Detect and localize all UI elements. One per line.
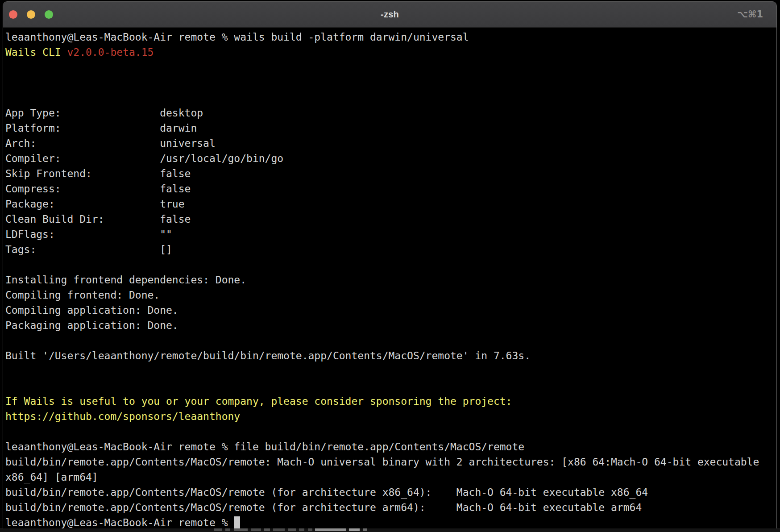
terminal-text: Tags: []: [5, 244, 172, 255]
terminal-line: Compiling application: Done.: [5, 303, 776, 318]
terminal-line: [5, 90, 776, 105]
terminal-line: leaanthony@Leas-MacBook-Air remote % wai…: [5, 29, 776, 45]
terminal-line: Package: true: [5, 196, 776, 212]
terminal-text: Skip Frontend: false: [5, 168, 191, 179]
terminal-text: leaanthony@Leas-MacBook-Air remote %: [5, 517, 234, 528]
terminal-text: leaanthony@Leas-MacBook-Air remote % wai…: [5, 31, 469, 43]
background-window-sliver: [0, 528, 780, 532]
terminal-text: If Wails is useful to you or your compan…: [5, 395, 512, 407]
obscured-text-fragment: [214, 528, 222, 531]
terminal-line: Packaging application: Done.: [5, 318, 776, 333]
terminal-line: [5, 60, 776, 75]
terminal-text: Compress: false: [5, 183, 191, 195]
window-titlebar[interactable]: -zsh ⌥⌘1: [3, 2, 776, 28]
terminal-line: Platform: darwin: [5, 121, 776, 136]
terminal-text: Package: true: [5, 198, 185, 210]
terminal-line: [5, 333, 776, 348]
zoom-button[interactable]: [45, 10, 53, 19]
terminal-line: [5, 75, 776, 90]
terminal-line: [5, 363, 776, 378]
terminal-line: LDFlags: "": [5, 227, 776, 242]
obscured-text-fragment: [234, 528, 248, 531]
terminal-text: build/bin/remote.app/Contents/MacOS/remo…: [5, 502, 642, 513]
terminal-line: If Wails is useful to you or your compan…: [5, 394, 776, 409]
obscured-text-fragment: [308, 528, 312, 531]
obscured-text-fragment: [299, 528, 304, 531]
terminal-text: Arch: universal: [5, 137, 216, 149]
terminal-line: App Type: desktop: [5, 105, 776, 121]
obscured-text-fragment: [273, 528, 285, 531]
terminal-window: -zsh ⌥⌘1 leaanthony@Leas-MacBook-Air rem…: [3, 1, 777, 528]
obscured-text-fragment: [264, 528, 270, 531]
window-title: -zsh: [3, 9, 776, 20]
obscured-text-fragment: [225, 528, 230, 531]
terminal-line: Wails CLI v2.0.0-beta.15: [5, 45, 776, 60]
terminal-text: Wails CLI: [5, 46, 67, 58]
window-shortcut-badge: ⌥⌘1: [737, 9, 763, 20]
terminal-text: LDFlags: "": [5, 229, 172, 240]
terminal-text: Platform: darwin: [5, 122, 197, 134]
terminal-text: build/bin/remote.app/Contents/MacOS/remo…: [5, 456, 759, 468]
desktop-background: { "window": { "title": "-zsh", "shortcut…: [0, 0, 780, 532]
terminal-text: App Type: desktop: [5, 107, 203, 119]
terminal-line: Clean Build Dir: false: [5, 212, 776, 227]
terminal-line: build/bin/remote.app/Contents/MacOS/remo…: [5, 500, 776, 515]
terminal-output[interactable]: leaanthony@Leas-MacBook-Air remote % wai…: [3, 28, 776, 528]
terminal-line: [5, 378, 776, 394]
terminal-text: Compiling application: Done.: [5, 304, 178, 316]
terminal-line: build/bin/remote.app/Contents/MacOS/remo…: [5, 485, 776, 500]
terminal-line: [5, 257, 776, 272]
sponsor-link[interactable]: https://github.com/sponsors/leaanthony: [5, 411, 240, 422]
terminal-cursor: [234, 516, 240, 528]
terminal-text: x86_64] [arm64]: [5, 471, 98, 483]
terminal-line: Arch: universal: [5, 136, 776, 151]
terminal-text: Installing frontend dependencies: Done.: [5, 274, 246, 286]
terminal-line: leaanthony@Leas-MacBook-Air remote %: [5, 515, 776, 528]
terminal-line: Built '/Users/leaanthony/remote/build/bi…: [5, 348, 776, 363]
terminal-line: x86_64] [arm64]: [5, 470, 776, 485]
terminal-text: Compiling frontend: Done.: [5, 289, 160, 301]
minimize-button[interactable]: [27, 10, 35, 19]
close-button[interactable]: [9, 10, 17, 19]
terminal-text: Built '/Users/leaanthony/remote/build/bi…: [5, 350, 531, 362]
terminal-line: Skip Frontend: false: [5, 166, 776, 181]
terminal-text: Packaging application: Done.: [5, 320, 178, 331]
terminal-line: Compiling frontend: Done.: [5, 287, 776, 303]
terminal-line: Compress: false: [5, 181, 776, 196]
terminal-line: leaanthony@Leas-MacBook-Air remote % fil…: [5, 439, 776, 454]
terminal-line: Compiler: /usr/local/go/bin/go: [5, 151, 776, 166]
terminal-text: leaanthony@Leas-MacBook-Air remote % fil…: [5, 441, 524, 453]
obscured-text-fragment: [349, 528, 360, 531]
terminal-line: [5, 424, 776, 439]
obscured-text-fragment: [288, 528, 296, 531]
terminal-line: Tags: []: [5, 242, 776, 257]
terminal-line: Installing frontend dependencies: Done.: [5, 272, 776, 287]
obscured-text-fragment: [363, 528, 367, 531]
obscured-text-fragment: [315, 528, 346, 531]
traffic-lights: [3, 10, 53, 19]
terminal-text: build/bin/remote.app/Contents/MacOS/remo…: [5, 486, 648, 498]
terminal-text: Compiler: /usr/local/go/bin/go: [5, 153, 283, 164]
terminal-text: v2.0.0-beta.15: [67, 46, 154, 58]
terminal-text: Clean Build Dir: false: [5, 213, 191, 225]
terminal-line: build/bin/remote.app/Contents/MacOS/remo…: [5, 454, 776, 470]
obscured-text-fragment: [251, 528, 261, 531]
terminal-line: https://github.com/sponsors/leaanthony: [5, 409, 776, 424]
